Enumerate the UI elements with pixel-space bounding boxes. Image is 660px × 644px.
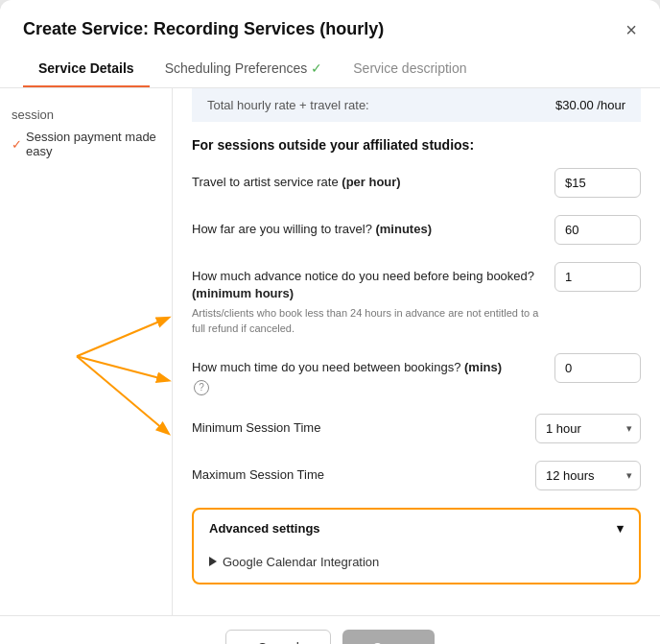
travel-rate-input-wrapper: [554, 168, 641, 198]
max-session-select-wrapper: 1 hour 2 hours 4 hours 8 hours 12 hours …: [535, 461, 641, 490]
modal-header: Create Service: Recording Services (hour…: [0, 0, 660, 39]
cancel-button[interactable]: Cancel: [225, 630, 331, 644]
content-area: Total hourly rate + travel rate: $30.00 …: [173, 88, 660, 615]
field-travel-distance: How far are you willing to travel? (minu…: [192, 215, 641, 245]
travel-rate-input[interactable]: [554, 168, 641, 198]
tab-scheduling-preferences[interactable]: Scheduling Preferences✓: [150, 51, 339, 87]
travel-distance-input[interactable]: [554, 215, 641, 245]
tab-service-description[interactable]: Service description: [338, 51, 482, 87]
rate-value: $30.00 /hour: [555, 98, 625, 112]
min-session-select-wrapper: 30 mins 1 hour 2 hours 4 hours 8 hours ▾: [535, 414, 641, 443]
rate-bar: Total hourly rate + travel rate: $30.00 …: [192, 88, 641, 122]
sidebar-item-payment: ✓ Session payment made easy: [12, 126, 160, 162]
advance-notice-sub: Artists/clients who book less than 24 ho…: [192, 306, 543, 336]
sidebar-check-icon: ✓: [12, 137, 22, 152]
sidebar-item-session: session: [12, 104, 160, 126]
travel-distance-label: How far are you willing to travel? (minu…: [192, 222, 432, 236]
travel-rate-label: Travel to artist service rate (per hour): [192, 175, 401, 189]
check-icon: ✓: [311, 60, 322, 76]
advance-notice-input[interactable]: [554, 262, 641, 292]
save-button[interactable]: Save: [342, 630, 435, 644]
advance-notice-label: How much advance notice do you need befo…: [192, 269, 534, 300]
min-session-label: Minimum Session Time: [192, 420, 320, 435]
field-min-session: Minimum Session Time 30 mins 1 hour 2 ho…: [192, 414, 641, 443]
google-calendar-item[interactable]: Google Calendar Integration: [209, 555, 624, 569]
field-max-session: Maximum Session Time 1 hour 2 hours 4 ho…: [192, 461, 641, 490]
google-cal-label: Google Calendar Integration: [223, 555, 379, 569]
advanced-settings-label: Advanced settings: [209, 521, 320, 536]
tab-service-details[interactable]: Service Details: [23, 51, 150, 87]
field-travel-rate: Travel to artist service rate (per hour): [192, 168, 641, 198]
time-between-input-wrapper: [554, 353, 641, 383]
advanced-settings-header[interactable]: Advanced settings ▾: [194, 510, 639, 547]
max-session-label: Maximum Session Time: [192, 467, 324, 482]
max-session-select[interactable]: 1 hour 2 hours 4 hours 8 hours 12 hours …: [535, 461, 641, 490]
time-between-input[interactable]: [554, 353, 641, 383]
modal-body: session ✓ Session payment made easy Tota…: [0, 88, 660, 615]
time-between-label: How much time do you need between bookin…: [192, 360, 502, 374]
close-button[interactable]: ×: [625, 20, 637, 39]
rate-label: Total hourly rate + travel rate:: [207, 98, 369, 112]
sidebar: session ✓ Session payment made easy: [0, 88, 173, 615]
modal-title: Create Service: Recording Services (hour…: [23, 19, 384, 39]
advanced-settings-body: Google Calendar Integration: [194, 547, 639, 583]
help-icon[interactable]: ?: [194, 380, 209, 395]
min-session-select[interactable]: 30 mins 1 hour 2 hours 4 hours 8 hours: [535, 414, 641, 443]
triangle-icon: [209, 557, 217, 566]
field-time-between: How much time do you need between bookin…: [192, 353, 641, 395]
section-title: For sessions outside your affiliated stu…: [192, 137, 641, 153]
modal: Create Service: Recording Services (hour…: [0, 0, 660, 644]
advance-notice-input-wrapper: [554, 262, 641, 292]
advanced-settings-panel: Advanced settings ▾ Google Calendar Inte…: [192, 508, 641, 584]
field-advance-notice: How much advance notice do you need befo…: [192, 262, 641, 336]
modal-footer: Cancel Save: [0, 615, 660, 644]
travel-distance-input-wrapper: [554, 215, 641, 245]
advanced-chevron-icon: ▾: [617, 521, 624, 536]
tabs-bar: Service Details Scheduling Preferences✓ …: [0, 51, 660, 88]
